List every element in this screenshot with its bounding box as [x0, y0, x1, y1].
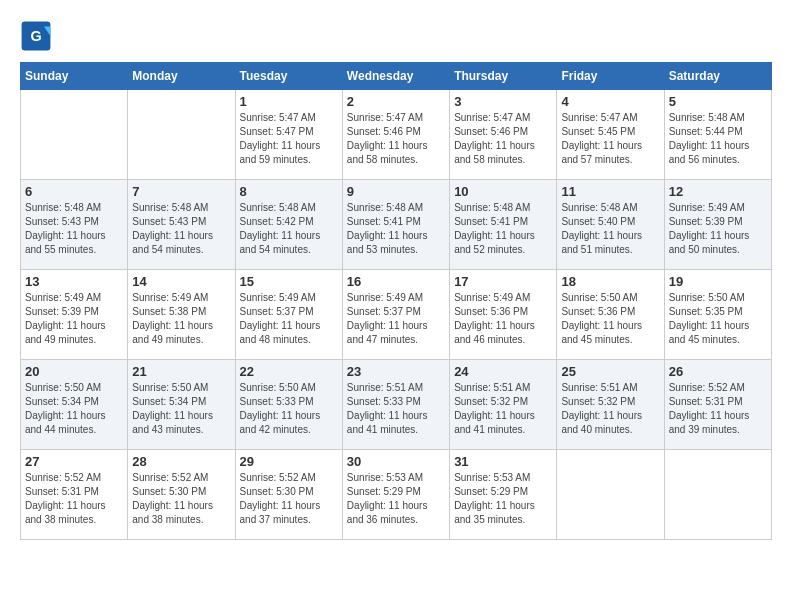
day-info: Sunrise: 5:52 AM Sunset: 5:31 PM Dayligh…	[669, 381, 767, 437]
weekday-header-monday: Monday	[128, 63, 235, 90]
day-number: 14	[132, 274, 230, 289]
day-number: 16	[347, 274, 445, 289]
calendar-cell	[664, 450, 771, 540]
week-row-1: 1Sunrise: 5:47 AM Sunset: 5:47 PM Daylig…	[21, 90, 772, 180]
day-number: 11	[561, 184, 659, 199]
calendar-cell: 22Sunrise: 5:50 AM Sunset: 5:33 PM Dayli…	[235, 360, 342, 450]
calendar-cell	[21, 90, 128, 180]
calendar-cell: 6Sunrise: 5:48 AM Sunset: 5:43 PM Daylig…	[21, 180, 128, 270]
day-info: Sunrise: 5:51 AM Sunset: 5:33 PM Dayligh…	[347, 381, 445, 437]
logo-icon: G	[20, 20, 52, 52]
day-info: Sunrise: 5:49 AM Sunset: 5:37 PM Dayligh…	[347, 291, 445, 347]
day-number: 17	[454, 274, 552, 289]
day-number: 20	[25, 364, 123, 379]
day-info: Sunrise: 5:49 AM Sunset: 5:38 PM Dayligh…	[132, 291, 230, 347]
day-info: Sunrise: 5:48 AM Sunset: 5:41 PM Dayligh…	[454, 201, 552, 257]
calendar-cell: 7Sunrise: 5:48 AM Sunset: 5:43 PM Daylig…	[128, 180, 235, 270]
day-number: 7	[132, 184, 230, 199]
day-info: Sunrise: 5:48 AM Sunset: 5:43 PM Dayligh…	[132, 201, 230, 257]
day-number: 2	[347, 94, 445, 109]
calendar-cell: 17Sunrise: 5:49 AM Sunset: 5:36 PM Dayli…	[450, 270, 557, 360]
day-number: 29	[240, 454, 338, 469]
weekday-header-saturday: Saturday	[664, 63, 771, 90]
day-number: 12	[669, 184, 767, 199]
calendar-cell: 13Sunrise: 5:49 AM Sunset: 5:39 PM Dayli…	[21, 270, 128, 360]
calendar-cell: 24Sunrise: 5:51 AM Sunset: 5:32 PM Dayli…	[450, 360, 557, 450]
day-number: 26	[669, 364, 767, 379]
calendar-cell: 18Sunrise: 5:50 AM Sunset: 5:36 PM Dayli…	[557, 270, 664, 360]
day-number: 30	[347, 454, 445, 469]
day-number: 6	[25, 184, 123, 199]
day-number: 19	[669, 274, 767, 289]
day-info: Sunrise: 5:48 AM Sunset: 5:44 PM Dayligh…	[669, 111, 767, 167]
day-info: Sunrise: 5:53 AM Sunset: 5:29 PM Dayligh…	[347, 471, 445, 527]
day-info: Sunrise: 5:48 AM Sunset: 5:43 PM Dayligh…	[25, 201, 123, 257]
day-info: Sunrise: 5:53 AM Sunset: 5:29 PM Dayligh…	[454, 471, 552, 527]
day-info: Sunrise: 5:49 AM Sunset: 5:39 PM Dayligh…	[25, 291, 123, 347]
day-number: 25	[561, 364, 659, 379]
calendar-cell: 27Sunrise: 5:52 AM Sunset: 5:31 PM Dayli…	[21, 450, 128, 540]
day-info: Sunrise: 5:51 AM Sunset: 5:32 PM Dayligh…	[561, 381, 659, 437]
day-info: Sunrise: 5:52 AM Sunset: 5:30 PM Dayligh…	[132, 471, 230, 527]
calendar-cell: 26Sunrise: 5:52 AM Sunset: 5:31 PM Dayli…	[664, 360, 771, 450]
day-info: Sunrise: 5:48 AM Sunset: 5:42 PM Dayligh…	[240, 201, 338, 257]
weekday-header-row: SundayMondayTuesdayWednesdayThursdayFrid…	[21, 63, 772, 90]
day-number: 1	[240, 94, 338, 109]
day-number: 22	[240, 364, 338, 379]
day-info: Sunrise: 5:52 AM Sunset: 5:31 PM Dayligh…	[25, 471, 123, 527]
calendar-cell: 28Sunrise: 5:52 AM Sunset: 5:30 PM Dayli…	[128, 450, 235, 540]
day-number: 23	[347, 364, 445, 379]
day-number: 4	[561, 94, 659, 109]
day-info: Sunrise: 5:50 AM Sunset: 5:33 PM Dayligh…	[240, 381, 338, 437]
day-info: Sunrise: 5:50 AM Sunset: 5:34 PM Dayligh…	[132, 381, 230, 437]
calendar-cell: 19Sunrise: 5:50 AM Sunset: 5:35 PM Dayli…	[664, 270, 771, 360]
calendar-cell: 12Sunrise: 5:49 AM Sunset: 5:39 PM Dayli…	[664, 180, 771, 270]
calendar-cell	[128, 90, 235, 180]
day-info: Sunrise: 5:52 AM Sunset: 5:30 PM Dayligh…	[240, 471, 338, 527]
day-info: Sunrise: 5:48 AM Sunset: 5:41 PM Dayligh…	[347, 201, 445, 257]
day-number: 31	[454, 454, 552, 469]
day-number: 8	[240, 184, 338, 199]
svg-text:G: G	[30, 28, 41, 44]
day-info: Sunrise: 5:49 AM Sunset: 5:39 PM Dayligh…	[669, 201, 767, 257]
day-info: Sunrise: 5:51 AM Sunset: 5:32 PM Dayligh…	[454, 381, 552, 437]
day-info: Sunrise: 5:47 AM Sunset: 5:46 PM Dayligh…	[454, 111, 552, 167]
calendar-cell: 16Sunrise: 5:49 AM Sunset: 5:37 PM Dayli…	[342, 270, 449, 360]
calendar-cell: 21Sunrise: 5:50 AM Sunset: 5:34 PM Dayli…	[128, 360, 235, 450]
day-info: Sunrise: 5:49 AM Sunset: 5:36 PM Dayligh…	[454, 291, 552, 347]
day-info: Sunrise: 5:50 AM Sunset: 5:36 PM Dayligh…	[561, 291, 659, 347]
weekday-header-friday: Friday	[557, 63, 664, 90]
day-number: 9	[347, 184, 445, 199]
day-info: Sunrise: 5:50 AM Sunset: 5:34 PM Dayligh…	[25, 381, 123, 437]
calendar-cell: 30Sunrise: 5:53 AM Sunset: 5:29 PM Dayli…	[342, 450, 449, 540]
day-number: 18	[561, 274, 659, 289]
calendar-table: SundayMondayTuesdayWednesdayThursdayFrid…	[20, 62, 772, 540]
day-number: 10	[454, 184, 552, 199]
day-info: Sunrise: 5:49 AM Sunset: 5:37 PM Dayligh…	[240, 291, 338, 347]
day-info: Sunrise: 5:47 AM Sunset: 5:47 PM Dayligh…	[240, 111, 338, 167]
day-number: 21	[132, 364, 230, 379]
calendar-cell: 5Sunrise: 5:48 AM Sunset: 5:44 PM Daylig…	[664, 90, 771, 180]
day-number: 24	[454, 364, 552, 379]
day-number: 13	[25, 274, 123, 289]
calendar-cell: 31Sunrise: 5:53 AM Sunset: 5:29 PM Dayli…	[450, 450, 557, 540]
day-number: 28	[132, 454, 230, 469]
weekday-header-wednesday: Wednesday	[342, 63, 449, 90]
calendar-cell: 29Sunrise: 5:52 AM Sunset: 5:30 PM Dayli…	[235, 450, 342, 540]
calendar-cell: 9Sunrise: 5:48 AM Sunset: 5:41 PM Daylig…	[342, 180, 449, 270]
day-number: 15	[240, 274, 338, 289]
calendar-cell: 4Sunrise: 5:47 AM Sunset: 5:45 PM Daylig…	[557, 90, 664, 180]
calendar-cell: 1Sunrise: 5:47 AM Sunset: 5:47 PM Daylig…	[235, 90, 342, 180]
calendar-cell	[557, 450, 664, 540]
day-info: Sunrise: 5:48 AM Sunset: 5:40 PM Dayligh…	[561, 201, 659, 257]
day-info: Sunrise: 5:50 AM Sunset: 5:35 PM Dayligh…	[669, 291, 767, 347]
calendar-cell: 10Sunrise: 5:48 AM Sunset: 5:41 PM Dayli…	[450, 180, 557, 270]
day-number: 5	[669, 94, 767, 109]
calendar-cell: 23Sunrise: 5:51 AM Sunset: 5:33 PM Dayli…	[342, 360, 449, 450]
week-row-4: 20Sunrise: 5:50 AM Sunset: 5:34 PM Dayli…	[21, 360, 772, 450]
calendar-cell: 14Sunrise: 5:49 AM Sunset: 5:38 PM Dayli…	[128, 270, 235, 360]
day-info: Sunrise: 5:47 AM Sunset: 5:46 PM Dayligh…	[347, 111, 445, 167]
calendar-cell: 8Sunrise: 5:48 AM Sunset: 5:42 PM Daylig…	[235, 180, 342, 270]
weekday-header-tuesday: Tuesday	[235, 63, 342, 90]
calendar-cell: 3Sunrise: 5:47 AM Sunset: 5:46 PM Daylig…	[450, 90, 557, 180]
